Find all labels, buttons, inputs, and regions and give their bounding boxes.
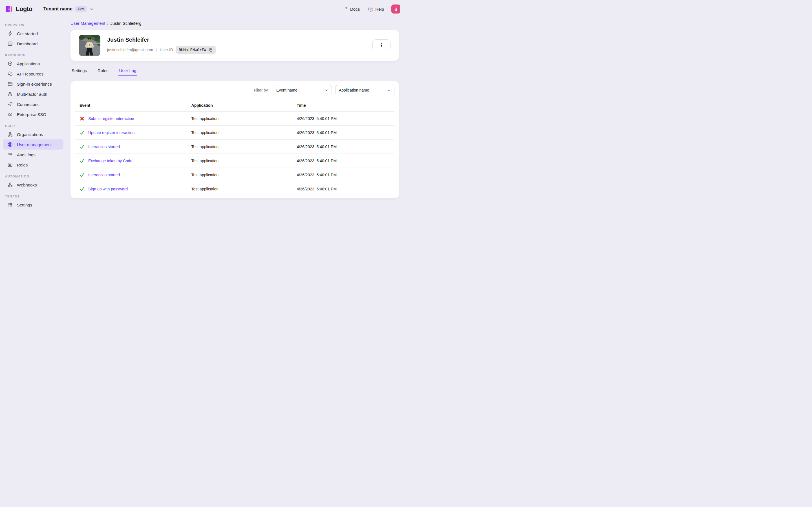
sidebar-item-label: Sign-in experience [17, 82, 52, 87]
user-header-card: Justin Schleifer justinschleifer@gmail.c… [70, 30, 399, 61]
question-mark-icon: ? [368, 7, 373, 11]
event-link[interactable]: Sign up with password [88, 187, 128, 191]
breadcrumb-separator: / [107, 21, 108, 25]
cloud-key-icon [7, 112, 13, 117]
sidebar-item-label: API resources [17, 71, 43, 76]
time-cell: 4/26/2023, 5:40:01 PM [292, 173, 395, 177]
table-row: Interaction started Test application 4/2… [75, 168, 395, 182]
sidebar-item-organizations[interactable]: Organizations [3, 129, 63, 139]
sidebar-item-enterprise-sso[interactable]: Enterprise SSO [3, 109, 63, 119]
application-cell: Test application [187, 159, 292, 163]
tenant-selector[interactable]: Tenant name Dev [43, 6, 94, 12]
event-link[interactable]: Update register interaction [88, 130, 135, 135]
tab-settings[interactable]: Settings [71, 66, 87, 76]
org-chart-icon [7, 131, 13, 137]
cloud-box-icon [7, 71, 13, 76]
event-link[interactable]: Interaction started [88, 173, 120, 177]
success-check-icon [80, 172, 85, 177]
sidebar-item-label: User management [17, 142, 52, 147]
sidebar-item-sign-in-experience[interactable]: Sign-in experience [3, 79, 63, 89]
error-x-icon [80, 116, 85, 121]
sidebar-item-dashboard[interactable]: Dashboard [3, 39, 63, 49]
lock-icon [7, 91, 13, 97]
filter-by-label: Filter by [254, 88, 268, 93]
user-meta: justinschleifer@gmail.com | User ID RUMa… [107, 46, 372, 54]
breadcrumb: User Management / Justin Schleiferg [70, 21, 399, 25]
sidebar-item-label: Multi-factor auth [17, 92, 47, 97]
webhook-icon [7, 182, 13, 187]
sidebar-item-connectors[interactable]: Connectors [3, 99, 63, 109]
tab-user-log[interactable]: User Log [119, 66, 137, 76]
application-cell: Test application [187, 187, 292, 191]
id-card-icon [7, 162, 13, 168]
sidebar-item-settings[interactable]: Settings [3, 200, 63, 210]
event-name-select-value: Event name [276, 88, 297, 93]
connectors-clouds-icon [7, 101, 13, 107]
detail-tabs: Settings Roles User Log [70, 66, 399, 76]
sidebar-item-get-started[interactable]: Get started [3, 29, 63, 39]
sidebar-section-user: USER [5, 124, 63, 128]
sidebar-item-label: Dashboard [17, 41, 38, 46]
sidebar-item-label: Webhooks [17, 182, 37, 187]
docs-button[interactable]: Docs [343, 6, 360, 11]
time-cell: 4/26/2023, 5:40:01 PM [292, 159, 395, 163]
list-icon [7, 152, 13, 158]
more-actions-button[interactable] [372, 40, 391, 51]
success-check-icon [80, 130, 85, 135]
user-id-label: User ID [160, 48, 173, 52]
header-application: Application [187, 103, 292, 108]
sidebar-item-label: Roles [17, 163, 28, 167]
tenant-env-badge: Dev [75, 6, 86, 12]
chevron-down-icon [387, 89, 391, 92]
sidebar-item-api-resources[interactable]: API resources [3, 69, 63, 79]
sidebar-item-label: Applications [17, 61, 40, 66]
cube-icon [7, 61, 13, 66]
sidebar-item-label: Audit logs [17, 152, 36, 157]
user-log-card: Filter by Event name Application name Ev… [70, 81, 399, 198]
event-link[interactable]: Exchange token by Code [88, 159, 132, 163]
time-cell: 4/26/2023, 5:40:01 PM [292, 145, 395, 149]
logo-text: Logto [16, 5, 33, 13]
event-link[interactable]: Submit register interaction [88, 116, 134, 121]
table-row: Exchange token by Code Test application … [75, 154, 395, 168]
application-name-select[interactable]: Application name [335, 85, 395, 95]
user-name: Justin Schleifer [107, 37, 372, 43]
sidebar-item-label: Organizations [17, 132, 43, 137]
sidebar: OVERVIEW Get started Dashboard RESOURCE [0, 18, 68, 253]
user-photo [79, 35, 100, 56]
sidebar-item-user-management[interactable]: User management [3, 139, 63, 150]
sidebar-item-applications[interactable]: Applications [3, 59, 63, 69]
application-cell: Test application [187, 116, 292, 121]
breadcrumb-user-management-link[interactable]: User Management [70, 21, 105, 25]
user-id-value: RUMatENw0rFW [179, 48, 206, 52]
application-cell: Test application [187, 173, 292, 177]
document-icon [343, 6, 348, 11]
sidebar-item-label: Enterprise SSO [17, 112, 46, 117]
log-table-header: Event Application Time [75, 99, 395, 112]
time-cell: 4/26/2023, 5:40:01 PM [292, 187, 395, 191]
header-time: Time [292, 103, 395, 108]
kebab-icon [378, 43, 384, 48]
bar-chart-icon [7, 41, 13, 47]
success-check-icon [80, 144, 85, 149]
tab-roles[interactable]: Roles [97, 66, 109, 76]
sidebar-item-label: Get started [17, 31, 38, 36]
help-button[interactable]: ? Help [368, 7, 384, 11]
event-link[interactable]: Interaction started [88, 145, 120, 149]
sidebar-section-tenant: TENANT [5, 194, 63, 198]
sidebar-item-multi-factor-auth[interactable]: Multi-factor auth [3, 89, 63, 99]
copy-icon[interactable] [209, 48, 213, 52]
logto-logo[interactable]: Logto [5, 5, 33, 13]
help-label: Help [375, 7, 384, 11]
sidebar-item-audit-logs[interactable]: Audit logs [3, 150, 63, 160]
event-name-select[interactable]: Event name [273, 85, 332, 95]
sidebar-section-overview: OVERVIEW [5, 23, 63, 27]
browser-window-icon [7, 81, 13, 87]
time-cell: 4/26/2023, 5:40:01 PM [292, 116, 395, 121]
table-row: Interaction started Test application 4/2… [75, 140, 395, 154]
logto-logo-icon [5, 5, 13, 13]
sidebar-item-webhooks[interactable]: Webhooks [3, 180, 63, 190]
sidebar-item-roles[interactable]: Roles [3, 160, 63, 170]
tenant-name: Tenant name [43, 6, 73, 12]
account-avatar[interactable]: й [391, 4, 400, 13]
